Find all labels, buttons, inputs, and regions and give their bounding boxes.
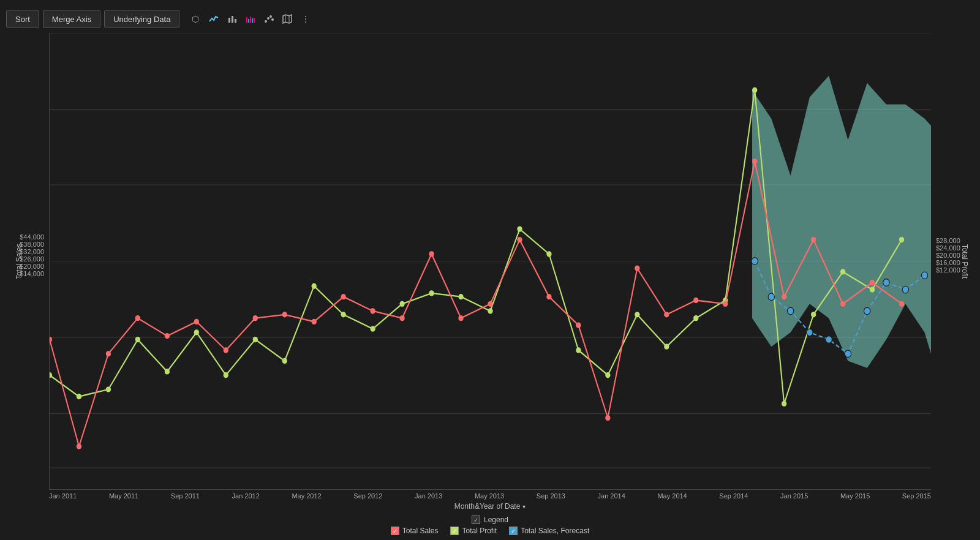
more-icon[interactable]: ⋮ [297,10,314,28]
x-axis-label: Month&Year of Date ▾ [6,500,974,512]
svg-point-26 [135,337,140,342]
svg-point-34 [370,326,375,331]
svg-rect-0 [228,18,230,23]
legend-checkbox-forecast[interactable]: ✓ [509,527,518,535]
svg-point-80 [840,301,845,307]
filter-icon[interactable]: ⬡ [187,10,204,28]
svg-point-67 [458,315,463,321]
y-axis-left: $44,000 $38,000 $32,000 $26,000 $20,000 … [6,227,49,296]
svg-point-41 [576,347,581,353]
svg-point-62 [312,319,317,324]
svg-rect-4 [248,19,249,23]
chevron-down-icon[interactable]: ▾ [522,503,526,510]
svg-point-89 [864,307,870,315]
svg-point-87 [826,336,832,343]
legend-item-total-profit: ✓ Total Profit [450,527,497,535]
grouped-bar-icon[interactable] [242,10,259,28]
line-chart-icon[interactable] [205,10,222,28]
svg-point-70 [546,294,551,299]
toolbar: Sort Merge Axis Underlying Data ⬡ [6,6,974,33]
svg-point-54 [77,444,81,449]
svg-point-8 [265,20,267,23]
svg-point-36 [429,290,434,296]
scatter-icon[interactable] [260,10,277,28]
svg-point-30 [253,337,258,342]
svg-point-47 [752,87,757,92]
svg-point-56 [135,315,140,321]
chart-wrapper: $44,000 $38,000 $32,000 $26,000 $20,000 … [6,33,974,540]
legend-item-forecast: ✓ Total Sales, Forecast [509,527,589,535]
svg-point-43 [635,312,639,317]
svg-rect-5 [250,17,251,23]
svg-point-51 [870,287,875,292]
svg-point-88 [845,350,851,358]
bar-chart-icon[interactable] [224,10,241,28]
svg-point-71 [576,323,581,328]
sort-button[interactable]: Sort [6,10,39,28]
svg-point-24 [77,394,81,399]
y-axis-right-label: Total Profit [961,244,970,279]
svg-marker-12 [283,15,292,23]
svg-point-42 [605,372,610,378]
svg-point-75 [693,298,698,303]
svg-rect-7 [254,18,255,23]
svg-point-92 [921,272,927,279]
svg-point-44 [664,344,669,350]
svg-point-79 [811,237,816,242]
svg-point-60 [253,315,258,321]
svg-point-52 [899,237,904,242]
svg-point-72 [605,415,610,421]
svg-point-84 [768,293,774,301]
svg-point-63 [341,294,345,299]
svg-point-58 [194,319,199,324]
svg-point-10 [270,15,272,18]
svg-point-91 [902,286,908,293]
x-axis: Jan 2011 May 2011 Sep 2011 Jan 2012 May … [6,490,974,500]
svg-point-55 [106,351,111,356]
svg-point-83 [752,258,758,265]
svg-rect-1 [232,16,233,23]
svg-point-74 [664,312,669,317]
legend-items: ✓ Total Sales ✓ Total Profit ✓ Total Sal… [391,527,589,535]
svg-point-59 [224,347,228,353]
svg-point-65 [399,315,404,321]
svg-point-33 [341,312,345,317]
svg-point-57 [165,333,170,339]
svg-point-77 [752,159,757,164]
svg-point-66 [429,251,434,257]
svg-rect-6 [252,18,253,23]
svg-point-35 [399,301,404,307]
legend-title: ✓ Legend [472,516,508,524]
svg-point-25 [106,386,111,392]
svg-point-48 [782,401,786,407]
svg-point-64 [370,308,375,313]
svg-point-9 [267,17,270,20]
svg-point-76 [723,301,728,307]
app-container: Sort Merge Axis Underlying Data ⬡ [0,0,980,540]
svg-marker-22 [752,76,931,368]
legend-checkbox-total-sales[interactable]: ✓ [391,527,399,535]
svg-point-90 [883,279,889,287]
legend-checkbox[interactable]: ✓ [472,516,480,524]
chart-type-icons: ⬡ [187,10,314,28]
svg-point-73 [635,265,639,271]
merge-axis-button[interactable]: Merge Axis [43,10,100,28]
svg-point-32 [312,283,317,289]
svg-point-28 [194,329,199,335]
svg-point-40 [546,251,551,257]
legend-area: ✓ Legend ✓ Total Sales ✓ Total Profit ✓ … [6,512,974,540]
svg-point-37 [458,294,463,299]
svg-point-61 [282,312,287,317]
map-icon[interactable] [279,10,296,28]
svg-point-11 [271,18,274,21]
legend-checkbox-total-profit[interactable]: ✓ [450,527,459,535]
svg-point-50 [840,269,845,274]
svg-point-82 [899,301,904,307]
svg-point-31 [282,358,287,364]
legend-item-total-sales: ✓ Total Sales [391,527,439,535]
svg-point-86 [807,329,813,336]
underlying-data-button[interactable]: Underlying Data [104,10,179,28]
y-axis-left-label: Total Sales [15,244,23,280]
svg-point-68 [488,301,492,307]
svg-point-49 [811,312,816,317]
